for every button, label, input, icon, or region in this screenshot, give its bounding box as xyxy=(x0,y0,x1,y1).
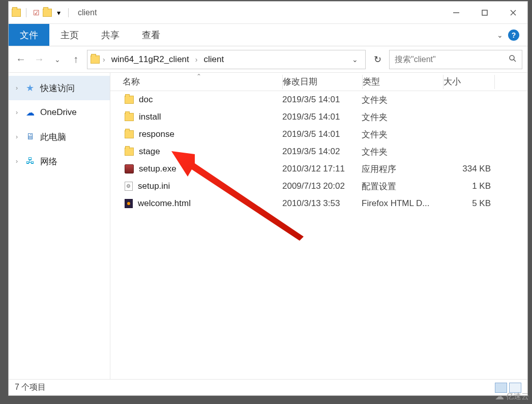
nav-back-button[interactable]: ← xyxy=(14,52,28,67)
exe-icon xyxy=(125,164,134,174)
sidebar-item-thispc[interactable]: › 🖥 此电脑 xyxy=(9,125,110,149)
maximize-button[interactable] xyxy=(470,2,499,24)
explorer-window: ☑ ▾ client 文件 主页 共享 查看 ⌄ ? ← xyxy=(8,1,528,396)
search-box[interactable] xyxy=(389,50,522,69)
file-date: 2010/3/12 17:11 xyxy=(282,164,362,174)
file-row[interactable]: install2019/3/5 14:01文件夹 xyxy=(110,108,527,126)
file-name: response xyxy=(139,129,174,139)
file-type: 配置设置 xyxy=(362,181,442,192)
search-icon[interactable] xyxy=(509,54,517,65)
search-input[interactable] xyxy=(395,55,509,64)
separator xyxy=(68,8,69,17)
expand-caret-icon[interactable]: › xyxy=(16,84,20,92)
body: › ★ 快速访问 › ☁ OneDrive › 🖥 此电脑 › 🖧 网络 xyxy=(9,73,527,379)
star-icon: ★ xyxy=(25,83,35,93)
expand-caret-icon[interactable]: › xyxy=(16,133,20,140)
titlebar: ☑ ▾ client xyxy=(9,2,527,24)
file-row[interactable]: doc2019/3/5 14:01文件夹 xyxy=(110,91,527,108)
folder-icon xyxy=(125,113,134,121)
expand-caret-icon[interactable]: › xyxy=(16,109,20,116)
minimize-button[interactable] xyxy=(442,2,470,24)
file-row[interactable]: setup.exe2010/3/12 17:11应用程序334 KB xyxy=(110,160,527,178)
column-headers: 名称 ⌃ 修改日期 类型 大小 xyxy=(110,73,527,91)
monitor-icon: 🖥 xyxy=(25,132,35,142)
html-icon xyxy=(125,199,133,208)
nav-forward-button[interactable]: → xyxy=(32,52,46,67)
file-type: 文件夹 xyxy=(362,94,442,106)
refresh-button[interactable]: ↻ xyxy=(370,52,385,67)
file-list: doc2019/3/5 14:01文件夹install2019/3/5 14:0… xyxy=(110,91,527,379)
column-header-type[interactable]: 类型 xyxy=(363,76,443,88)
folder-icon xyxy=(125,148,134,156)
file-date: 2010/3/13 3:53 xyxy=(282,198,362,209)
watermark-text: 亿速云 xyxy=(506,392,529,401)
svg-rect-1 xyxy=(482,10,487,15)
chevron-right-icon[interactable]: › xyxy=(195,55,198,64)
close-button[interactable] xyxy=(499,2,527,24)
file-pane: 名称 ⌃ 修改日期 类型 大小 doc2019/3/5 14:01文件夹inst… xyxy=(110,73,527,379)
column-separator[interactable] xyxy=(494,75,495,89)
sidebar-item-onedrive[interactable]: › ☁ OneDrive xyxy=(9,100,110,125)
breadcrumb-1[interactable]: win64_11gR2_client xyxy=(108,54,192,65)
file-date: 2019/3/5 14:01 xyxy=(282,112,362,122)
qat-properties-icon[interactable]: ☑ xyxy=(32,8,41,17)
column-header-size[interactable]: 大小 xyxy=(444,76,494,88)
ribbon-expand-icon[interactable]: ⌄ xyxy=(497,31,503,39)
file-type: 文件夹 xyxy=(362,111,442,123)
quick-access-toolbar: ☑ ▾ client xyxy=(9,8,97,17)
tab-home[interactable]: 主页 xyxy=(49,24,90,46)
file-size: 334 KB xyxy=(442,164,493,174)
ribbon-tabs: 文件 主页 共享 查看 ⌄ ? xyxy=(9,24,527,46)
file-row[interactable]: setup.ini2009/7/13 20:02配置设置1 KB xyxy=(110,178,527,195)
tab-view[interactable]: 查看 xyxy=(131,24,171,46)
qat-folder-icon xyxy=(12,8,21,17)
file-name: doc xyxy=(139,95,153,105)
file-type: Firefox HTML D... xyxy=(362,198,442,209)
window-controls xyxy=(442,2,527,24)
sidebar-label: 此电脑 xyxy=(40,131,66,143)
sidebar-item-quickaccess[interactable]: › ★ 快速访问 xyxy=(9,76,110,100)
chevron-right-icon[interactable]: › xyxy=(103,55,105,64)
tab-file[interactable]: 文件 xyxy=(9,24,49,46)
column-header-date[interactable]: 修改日期 xyxy=(283,76,362,88)
folder-icon xyxy=(125,96,134,104)
file-row[interactable]: welcome.html2010/3/13 3:53Firefox HTML D… xyxy=(110,195,527,212)
cloud-icon: ☁ xyxy=(495,391,504,402)
address-folder-icon xyxy=(91,55,100,64)
sort-arrow-icon: ⌃ xyxy=(196,73,201,80)
qat-customize-icon[interactable]: ▾ xyxy=(54,8,63,17)
qat-newfolder-icon[interactable] xyxy=(43,8,52,17)
expand-caret-icon[interactable]: › xyxy=(16,158,20,165)
address-history-icon[interactable]: ⌄ xyxy=(348,55,362,64)
sidebar-item-network[interactable]: › 🖧 网络 xyxy=(9,149,110,174)
file-date: 2009/7/13 20:02 xyxy=(282,181,362,191)
file-size: 5 KB xyxy=(442,198,493,209)
nav-recent-dropdown[interactable]: ⌄ xyxy=(50,52,65,67)
address-row: ← → ⌄ ↑ › win64_11gR2_client › client ⌄ … xyxy=(9,46,527,73)
address-bar[interactable]: › win64_11gR2_client › client ⌄ xyxy=(87,50,366,69)
file-type: 应用程序 xyxy=(362,163,442,175)
navigation-pane: › ★ 快速访问 › ☁ OneDrive › 🖥 此电脑 › 🖧 网络 xyxy=(9,73,110,379)
file-name: setup.ini xyxy=(138,181,170,191)
sidebar-label: OneDrive xyxy=(40,107,77,118)
sidebar-label: 快速访问 xyxy=(40,82,75,94)
col-name-label: 名称 xyxy=(123,77,140,86)
window-title: client xyxy=(78,8,97,17)
nav-up-button[interactable]: ↑ xyxy=(69,52,83,67)
file-date: 2019/3/5 14:01 xyxy=(282,95,362,105)
file-name: setup.exe xyxy=(139,164,176,174)
svg-line-5 xyxy=(514,60,516,62)
file-row[interactable]: response2019/3/5 14:01文件夹 xyxy=(110,126,527,143)
file-row[interactable]: stage2019/3/5 14:02文件夹 xyxy=(110,143,527,160)
file-date: 2019/3/5 14:02 xyxy=(282,147,362,157)
help-icon[interactable]: ? xyxy=(508,30,519,41)
separator xyxy=(26,8,26,17)
sidebar-label: 网络 xyxy=(40,156,57,167)
network-icon: 🖧 xyxy=(25,156,35,166)
column-header-name[interactable]: 名称 ⌃ xyxy=(110,76,282,88)
file-type: 文件夹 xyxy=(362,129,442,140)
breadcrumb-2[interactable]: client xyxy=(200,54,227,65)
file-type: 文件夹 xyxy=(362,146,442,158)
status-bar: 7 个项目 xyxy=(9,379,527,395)
tab-share[interactable]: 共享 xyxy=(90,24,131,46)
